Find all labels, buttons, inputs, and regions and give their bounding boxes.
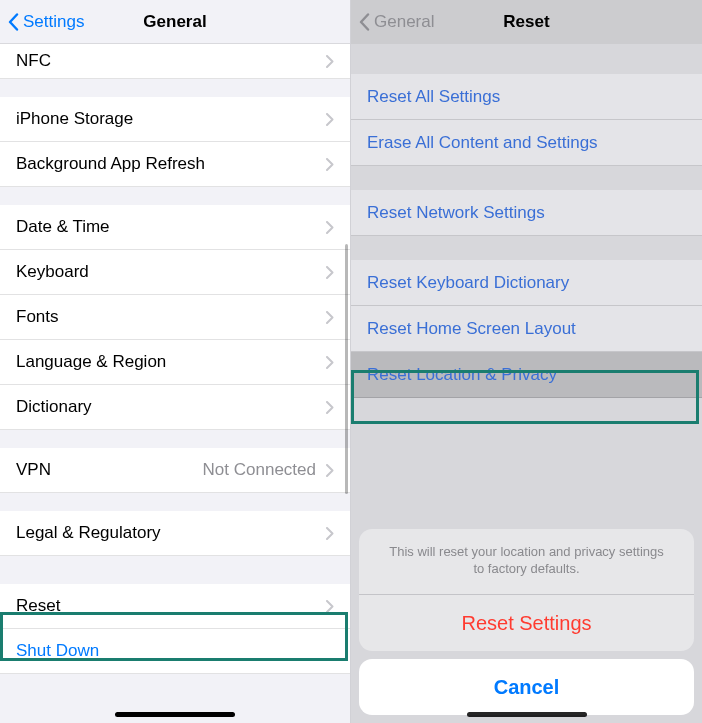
row-reset-location-privacy[interactable]: Reset Location & Privacy — [351, 352, 702, 398]
chevron-right-icon — [326, 600, 334, 613]
nav-bar-right: General Reset — [351, 0, 702, 44]
cancel-button[interactable]: Cancel — [359, 659, 694, 715]
row-legal-regulatory[interactable]: Legal & Regulatory — [0, 511, 350, 556]
row-reset-keyboard-dictionary[interactable]: Reset Keyboard Dictionary — [351, 260, 702, 306]
row-label: iPhone Storage — [16, 109, 326, 129]
row-label: Background App Refresh — [16, 154, 326, 174]
row-date-time[interactable]: Date & Time — [0, 205, 350, 250]
row-label: Erase All Content and Settings — [367, 133, 686, 153]
chevron-right-icon — [326, 356, 334, 369]
row-vpn[interactable]: VPN Not Connected — [0, 448, 350, 493]
scroll-indicator — [345, 244, 348, 494]
row-label: NFC — [16, 51, 326, 71]
chevron-left-icon — [8, 13, 19, 31]
row-language-region[interactable]: Language & Region — [0, 340, 350, 385]
action-sheet-message: This will reset your location and privac… — [359, 529, 694, 595]
row-shut-down[interactable]: Shut Down — [0, 629, 350, 674]
chevron-right-icon — [326, 527, 334, 540]
chevron-right-icon — [326, 311, 334, 324]
row-fonts[interactable]: Fonts — [0, 295, 350, 340]
back-label: Settings — [23, 12, 84, 32]
row-nfc[interactable]: NFC — [0, 44, 350, 79]
action-sheet-group: This will reset your location and privac… — [359, 529, 694, 651]
row-reset[interactable]: Reset — [0, 584, 350, 629]
row-value: Not Connected — [203, 460, 316, 480]
row-reset-home-screen-layout[interactable]: Reset Home Screen Layout — [351, 306, 702, 352]
general-scroll[interactable]: NFC iPhone Storage Background App Refres… — [0, 44, 350, 723]
chevron-left-icon — [359, 13, 370, 31]
row-reset-all-settings[interactable]: Reset All Settings — [351, 74, 702, 120]
back-button-general[interactable]: General — [359, 0, 434, 44]
chevron-right-icon — [326, 266, 334, 279]
row-label: Reset Keyboard Dictionary — [367, 273, 686, 293]
row-keyboard[interactable]: Keyboard — [0, 250, 350, 295]
row-iphone-storage[interactable]: iPhone Storage — [0, 97, 350, 142]
row-label: Reset Network Settings — [367, 203, 686, 223]
row-reset-network-settings[interactable]: Reset Network Settings — [351, 190, 702, 236]
page-title: General — [143, 12, 206, 32]
row-erase-all-content[interactable]: Erase All Content and Settings — [351, 120, 702, 166]
row-label: Shut Down — [16, 641, 334, 661]
row-label: Date & Time — [16, 217, 326, 237]
home-indicator — [467, 712, 587, 717]
back-label: General — [374, 12, 434, 32]
back-button-settings[interactable]: Settings — [8, 0, 84, 44]
chevron-right-icon — [326, 113, 334, 126]
row-label: Keyboard — [16, 262, 326, 282]
chevron-right-icon — [326, 221, 334, 234]
reset-settings-button[interactable]: Reset Settings — [359, 595, 694, 651]
general-settings-pane: Settings General NFC iPhone Storage Back… — [0, 0, 351, 723]
row-label: Reset — [16, 596, 326, 616]
row-label: Reset All Settings — [367, 87, 686, 107]
row-label: Dictionary — [16, 397, 326, 417]
home-indicator — [115, 712, 235, 717]
chevron-right-icon — [326, 55, 334, 68]
row-label: Reset Location & Privacy — [367, 365, 686, 385]
chevron-right-icon — [326, 158, 334, 171]
page-title: Reset — [503, 12, 549, 32]
row-label: Legal & Regulatory — [16, 523, 326, 543]
action-sheet: This will reset your location and privac… — [359, 529, 694, 715]
row-label: Fonts — [16, 307, 326, 327]
chevron-right-icon — [326, 464, 334, 477]
row-label: Reset Home Screen Layout — [367, 319, 686, 339]
row-background-app-refresh[interactable]: Background App Refresh — [0, 142, 350, 187]
row-label: Language & Region — [16, 352, 326, 372]
row-dictionary[interactable]: Dictionary — [0, 385, 350, 430]
chevron-right-icon — [326, 401, 334, 414]
reset-pane: General Reset Reset All Settings Erase A… — [351, 0, 702, 723]
nav-bar-left: Settings General — [0, 0, 350, 44]
row-label: VPN — [16, 460, 203, 480]
